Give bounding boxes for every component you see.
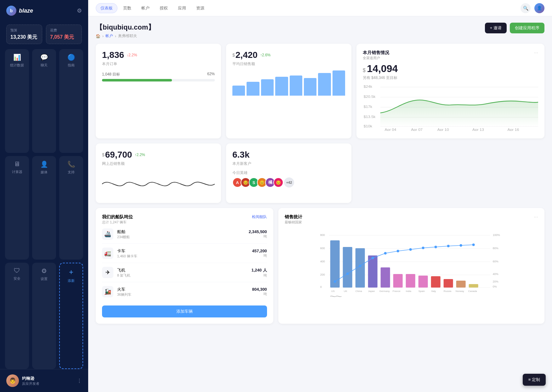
breadcrumb-current: 奥弗维耶夫 — [118, 33, 137, 39]
fleet-item-truck: 🚛 卡车 1,460 辆卡车 457,200 吨 — [102, 244, 267, 263]
settings-icon: ⚙ — [41, 267, 47, 275]
plane-sub: 8 架飞机 — [117, 273, 248, 278]
svg-text:200: 200 — [320, 273, 325, 276]
svg-text:0%: 0% — [492, 285, 497, 288]
dot-us — [333, 280, 336, 283]
bar-7 — [318, 73, 331, 96]
svg-text:India: India — [406, 290, 411, 293]
tab-resources[interactable]: 资源 — [192, 3, 209, 13]
breadcrumb-accounts[interactable]: 帐户 — [105, 33, 113, 39]
fleet-card: 我们的船队吨位 总计 1,247 辆车 检阅舰队 🚢 船舶 234艘船 2,34… — [96, 208, 273, 324]
stats-icon: 📊 — [13, 53, 21, 61]
bar-uk — [343, 247, 352, 288]
bar-4 — [275, 77, 288, 96]
svg-text:Japan: Japan — [368, 290, 375, 293]
bar-8 — [333, 70, 345, 96]
budget-area: 预算 13,230 美元 花费 7,057 美元 — [0, 21, 88, 49]
ship-sub: 234艘船 — [117, 235, 245, 239]
sidebar-item-guide[interactable]: 🔵 指南 — [59, 49, 83, 153]
sales-stats-header: 销售统计 最畅销国家 ··· — [285, 214, 538, 225]
top-settings-icon[interactable]: ⚙ — [77, 7, 82, 14]
search-button[interactable]: 🔍 — [521, 3, 531, 13]
sidebar-item-support[interactable]: 📞 支持 — [59, 156, 83, 260]
user-avatar: 👨 — [6, 374, 19, 387]
avg-sales-chart — [232, 70, 345, 96]
create-app-button[interactable]: 创建应用程序 — [510, 23, 544, 33]
bottom-row: 我们的船队吨位 总计 1,247 辆车 检阅舰队 🚢 船舶 234艘船 2,34… — [96, 208, 544, 324]
orders-label: 本月订单 — [102, 61, 215, 67]
svg-text:Russia: Russia — [443, 290, 451, 293]
svg-text:0: 0 — [320, 285, 322, 288]
new-customers-label: 本月新客户 — [232, 161, 345, 166]
add-vehicle-button[interactable]: 添加车辆 — [102, 305, 267, 317]
svg-text:800: 800 — [320, 233, 325, 237]
top-user-avatar[interactable]: 👤 — [534, 3, 544, 13]
sales-stats-sub: 最畅销国家 — [285, 220, 302, 225]
sidebar-item-stats[interactable]: 📊 统计数据 — [5, 49, 29, 153]
page-title-area: 【biqubiqu.com】 🏠 › 帐户 › 奥弗维耶夫 — [96, 23, 155, 39]
sidebar-item-add[interactable]: + 添新 — [59, 263, 83, 369]
svg-text:$20.5k: $20.5k — [364, 95, 376, 98]
heroes-label: 今日英雄 — [232, 170, 345, 176]
breadcrumb-home: 🏠 — [96, 34, 100, 38]
svg-text:Apr 04: Apr 04 — [385, 128, 397, 131]
user-menu-icon[interactable]: ⋮ — [77, 378, 82, 384]
svg-text:20%: 20% — [492, 280, 498, 283]
fleet-title-area: 我们的船队吨位 总计 1,247 辆车 — [102, 214, 133, 225]
svg-text:US: US — [331, 290, 334, 293]
calc-label: 计算器 — [12, 170, 22, 174]
new-customers-value: 6.3k — [232, 150, 345, 160]
ship-info: 船舶 234艘船 — [117, 229, 245, 239]
dot-germany — [384, 252, 386, 255]
customize-button[interactable]: ≡ 定制 — [523, 374, 546, 386]
tab-dashboard[interactable]: 仪表板 — [96, 3, 117, 13]
sales-stats-menu[interactable]: ··· — [534, 214, 538, 220]
monthly-sales-value: 14,094 — [363, 63, 538, 75]
dot-canada — [472, 244, 475, 246]
sidebar-item-chat[interactable]: 💬 聊天 — [32, 49, 56, 153]
svg-text:Apr 07: Apr 07 — [411, 128, 423, 131]
security-icon: 🛡 — [14, 267, 20, 274]
fleet-item-train: 🚂 火车 36辆列车 804,300 吨 — [102, 282, 267, 301]
svg-text:France: France — [392, 290, 400, 293]
media-icon: 👤 — [40, 160, 48, 168]
sidebar-item-security[interactable]: 🛡 安全 — [5, 263, 29, 369]
breadcrumb: 🏠 › 帐户 › 奥弗维耶夫 — [96, 33, 155, 39]
tab-accounts[interactable]: 帐户 — [137, 3, 154, 13]
tab-pages[interactable]: 页数 — [119, 3, 136, 13]
budget-value: 13,230 美元 — [10, 34, 38, 41]
orders-progress: 1,048 目标 62% — [102, 72, 215, 81]
fleet-sub: 总计 1,247 辆车 — [102, 220, 133, 225]
online-sales-label: 网上总销售额 — [102, 161, 215, 166]
truck-value: 457,200 吨 — [252, 249, 267, 258]
svg-text:600: 600 — [320, 247, 325, 250]
bar-5 — [290, 76, 302, 96]
fleet-item-ship: 🚢 船舶 234艘船 2,345,500 吨 — [102, 225, 267, 244]
fleet-link[interactable]: 检阅舰队 — [252, 214, 267, 220]
chat-icon: 💬 — [40, 53, 48, 61]
wave-svg — [102, 171, 215, 197]
user-role: 反应开发者 — [22, 381, 74, 386]
user-name: 约翰逊 — [22, 376, 74, 381]
sidebar-header: b blaze ⚙ — [0, 0, 88, 21]
svg-text:80%: 80% — [492, 247, 498, 250]
tab-apps[interactable]: 应用 — [174, 3, 191, 13]
orders-value: 1,836 — [102, 50, 124, 60]
sidebar-item-media[interactable]: 👤 媒体 — [32, 156, 56, 260]
online-sales-header: $ 69,700 ↑2.2% — [102, 150, 215, 160]
tab-auth[interactable]: 授权 — [155, 3, 172, 13]
plane-icon: ✈ — [102, 267, 113, 278]
logo: b blaze — [6, 6, 33, 16]
bar-1 — [232, 86, 245, 96]
sidebar-item-calc[interactable]: 🖥 计算器 — [5, 156, 29, 260]
progress-bar-fill — [102, 79, 172, 81]
budget-card: 预算 13,230 美元 — [6, 25, 42, 44]
budget-label: 预算 — [10, 28, 38, 33]
monthly-sales-menu[interactable]: ··· — [534, 50, 538, 56]
page-actions: + 邀请 创建应用程序 — [485, 23, 544, 33]
bar-3 — [261, 79, 274, 96]
fleet-header: 我们的船队吨位 总计 1,247 辆车 检阅舰队 — [102, 214, 267, 225]
invite-button[interactable]: + 邀请 — [485, 23, 507, 33]
sidebar-item-settings[interactable]: ⚙ 设置 — [32, 263, 56, 369]
sales-stats-title: 销售统计 — [285, 214, 302, 220]
